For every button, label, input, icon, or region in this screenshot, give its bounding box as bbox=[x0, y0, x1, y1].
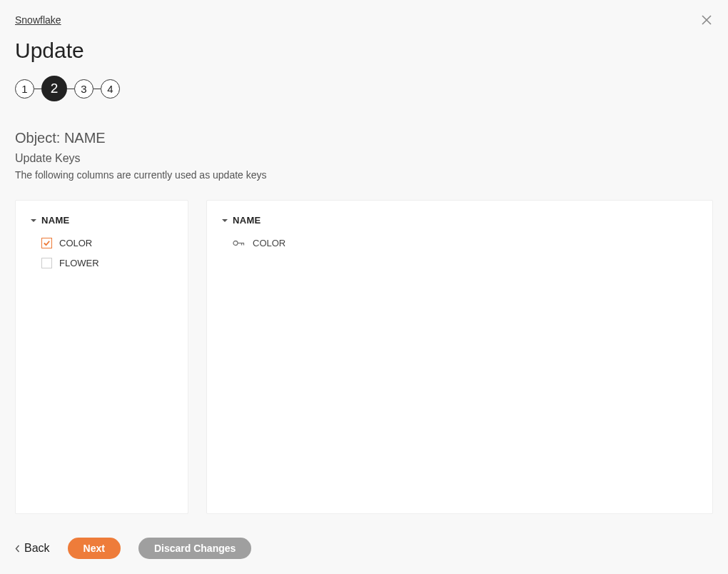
column-item-flower[interactable]: FLOWER bbox=[16, 253, 188, 273]
stepper: 1 2 3 4 bbox=[0, 63, 728, 101]
step-1[interactable]: 1 bbox=[15, 79, 34, 99]
discard-button[interactable]: Discard Changes bbox=[138, 538, 251, 559]
keys-panel: NAME COLOR bbox=[206, 200, 713, 514]
close-icon[interactable] bbox=[701, 14, 712, 26]
subtitle: Update Keys bbox=[0, 146, 728, 165]
chevron-down-icon bbox=[221, 217, 228, 224]
tree-group-header[interactable]: NAME bbox=[207, 215, 712, 233]
back-label: Back bbox=[24, 542, 50, 555]
key-item-color: COLOR bbox=[207, 233, 712, 253]
column-label: FLOWER bbox=[59, 258, 99, 268]
step-connector bbox=[67, 89, 74, 89]
checkbox-checked-icon[interactable] bbox=[41, 238, 52, 248]
checkbox-unchecked-icon[interactable] bbox=[41, 258, 52, 268]
page-title: Update bbox=[0, 26, 728, 63]
breadcrumb-link[interactable]: Snowflake bbox=[15, 14, 61, 26]
key-icon bbox=[233, 239, 245, 247]
tree-group-label: NAME bbox=[41, 215, 69, 226]
back-button[interactable]: Back bbox=[15, 542, 50, 555]
columns-panel: NAME COLOR FLOWER bbox=[15, 200, 188, 514]
step-3[interactable]: 3 bbox=[74, 79, 93, 99]
step-connector bbox=[93, 89, 101, 89]
column-item-color[interactable]: COLOR bbox=[16, 233, 188, 253]
description: The following columns are currently used… bbox=[0, 165, 728, 181]
key-label: COLOR bbox=[253, 238, 285, 248]
tree-group-label: NAME bbox=[233, 215, 261, 226]
chevron-down-icon bbox=[30, 217, 37, 224]
step-2[interactable]: 2 bbox=[41, 76, 67, 101]
step-4[interactable]: 4 bbox=[101, 79, 120, 99]
step-connector bbox=[34, 89, 41, 89]
svg-point-2 bbox=[233, 241, 238, 245]
tree-group-header[interactable]: NAME bbox=[16, 215, 188, 233]
section-title: Object: NAME bbox=[0, 101, 728, 146]
chevron-left-icon bbox=[15, 545, 20, 553]
column-label: COLOR bbox=[59, 238, 92, 248]
next-button[interactable]: Next bbox=[68, 538, 121, 559]
